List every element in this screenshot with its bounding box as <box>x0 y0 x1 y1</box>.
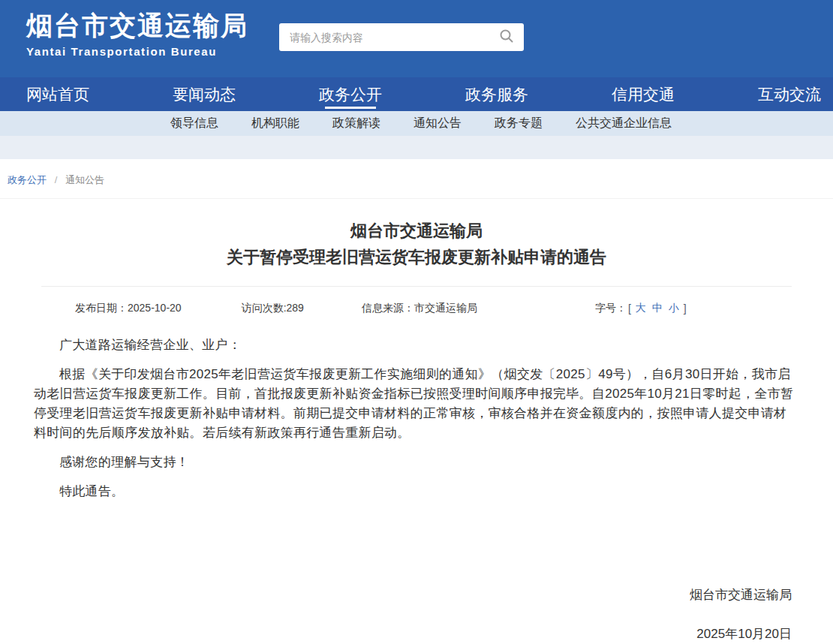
article-title: 烟台市交通运输局 关于暂停受理老旧营运货车报废更新补贴申请的通告 <box>34 218 799 270</box>
main-nav: 网站首页 要闻动态 政务公开 政务服务 信用交通 互动交流 <box>0 77 833 111</box>
site-logo[interactable]: 烟台市交通运输局 Yantai Transportation Bureau <box>26 10 248 58</box>
article-title-line1: 烟台市交通运输局 <box>34 218 799 244</box>
signature-block: 烟台市交通运输局 2025年10月20日 <box>34 586 799 642</box>
sub-nav: 领导信息 机构职能 政策解读 通知公告 政务专题 公共交通企业信息 <box>0 111 833 136</box>
info-source-label: 信息来源： <box>362 302 414 314</box>
bracket-close: ] <box>684 302 687 314</box>
visit-count: 访问次数:289 <box>242 302 304 315</box>
subnav-item-notices[interactable]: 通知公告 <box>413 116 462 131</box>
search-input[interactable] <box>279 32 489 44</box>
font-size-label: 字号： <box>595 302 627 315</box>
subnav-item-functions[interactable]: 机构职能 <box>251 116 299 131</box>
publish-date: 发布日期：2025-10-20 <box>75 302 182 315</box>
article-container: 烟台市交通运输局 关于暂停受理老旧营运货车报废更新补贴申请的通告 发布日期：20… <box>0 218 833 642</box>
paragraph-closing: 特此通告。 <box>34 482 799 501</box>
search-button[interactable] <box>489 23 524 51</box>
article-body: 广大道路运输经营企业、业户： 根据《关于印发烟台市2025年老旧营运货车报废更新… <box>34 336 799 501</box>
bracket-open: [ <box>628 302 631 314</box>
paragraph-salutation: 广大道路运输经营企业、业户： <box>34 336 799 355</box>
breadcrumb-link-gov-affairs[interactable]: 政务公开 <box>8 174 47 185</box>
nav-item-home[interactable]: 网站首页 <box>26 77 89 111</box>
search-box <box>279 23 524 51</box>
secondary-band <box>0 136 833 159</box>
breadcrumb: 政务公开 / 通知公告 <box>0 159 833 199</box>
visit-count-value: 289 <box>287 302 304 314</box>
paragraph-thanks: 感谢您的理解与支持！ <box>34 453 799 472</box>
site-subtitle: Yantai Transportation Bureau <box>26 45 248 58</box>
subnav-item-public-transport-info[interactable]: 公共交通企业信息 <box>576 116 672 131</box>
visit-count-label: 访问次数: <box>242 302 287 314</box>
font-size-small-button[interactable]: 小 <box>669 302 679 315</box>
nav-item-gov-services[interactable]: 政务服务 <box>465 77 528 111</box>
info-source-value: 市交通运输局 <box>414 302 477 314</box>
publish-date-value: 2025-10-20 <box>128 302 182 314</box>
publish-date-label: 发布日期： <box>75 302 128 314</box>
nav-item-news[interactable]: 要闻动态 <box>173 77 236 111</box>
nav-item-gov-affairs[interactable]: 政务公开 <box>319 77 382 111</box>
nav-item-credit-traffic[interactable]: 信用交通 <box>612 77 675 111</box>
article-meta: 发布日期：2025-10-20 访问次数:289 信息来源：市交通运输局 字号：… <box>34 287 799 315</box>
info-source: 信息来源：市交通运输局 <box>362 302 477 315</box>
subnav-item-leadership[interactable]: 领导信息 <box>170 116 218 131</box>
search-icon <box>499 29 514 46</box>
font-size-large-button[interactable]: 大 <box>636 302 646 315</box>
paragraph-main: 根据《关于印发烟台市2025年老旧营运货车报废更新工作实施细则的通知》（烟交发〔… <box>34 365 799 443</box>
subnav-item-topics[interactable]: 政务专题 <box>495 116 543 131</box>
font-size-medium-button[interactable]: 中 <box>652 302 663 315</box>
breadcrumb-separator: / <box>55 174 58 185</box>
signature-name: 烟台市交通运输局 <box>34 586 792 603</box>
subnav-item-policy[interactable]: 政策解读 <box>332 116 380 131</box>
font-size-control: 字号： [ 大 中 小 ] <box>595 302 688 315</box>
site-title: 烟台市交通运输局 <box>26 10 248 41</box>
article-title-line2: 关于暂停受理老旧营运货车报废更新补贴申请的通告 <box>34 244 799 270</box>
site-header: 烟台市交通运输局 Yantai Transportation Bureau <box>0 0 833 77</box>
signature-date: 2025年10月20日 <box>34 625 792 642</box>
breadcrumb-current-notices[interactable]: 通知公告 <box>65 174 104 185</box>
nav-item-interaction[interactable]: 互动交流 <box>758 77 821 111</box>
